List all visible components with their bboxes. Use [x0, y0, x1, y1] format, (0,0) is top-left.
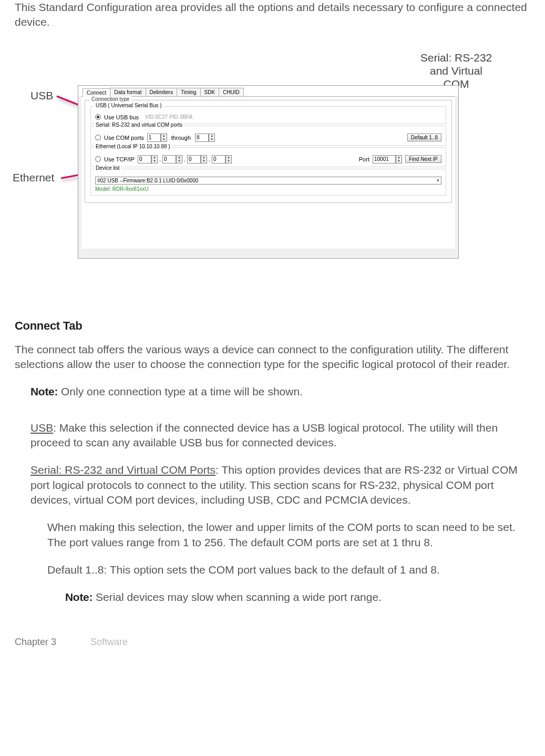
footer-section: Software	[90, 637, 128, 647]
ip-c-input[interactable]: 0	[187, 155, 201, 164]
tab-connect[interactable]: Connect	[83, 88, 110, 97]
tab-delimiters[interactable]: Delimiters	[146, 88, 177, 96]
intro-text: This Standard Configuration area provide…	[15, 0, 530, 30]
note1-label: Note:	[30, 385, 58, 397]
serial-paragraph: Serial: RS-232 and Virtual COM Ports: Th…	[30, 463, 530, 507]
usb-body: : Make this selection if the connected d…	[30, 422, 498, 448]
callout-usb: USB	[30, 89, 53, 102]
usb-paragraph: USB: Make this selection if the connecte…	[30, 421, 530, 451]
port-spin[interactable]: ▲▼	[396, 155, 402, 164]
com-from-spinner[interactable]: ▲▼	[161, 134, 167, 142]
eth-sub-title: Ethernet (Local IP 10.10.10.98 )	[94, 144, 172, 149]
device-list-value: #02 USB --Firmware:B2.0.1 LUID:0/0x0000	[97, 178, 198, 183]
ip-d-spin[interactable]: ▲▼	[225, 155, 232, 164]
com-to-spinner[interactable]: ▲▼	[209, 134, 215, 142]
footer-chapter: Chapter 3	[15, 637, 56, 647]
usb-radio-label: Use USB bus	[104, 114, 139, 120]
serial-underline: Serial: RS-232 and Virtual COM Ports	[30, 464, 215, 476]
port-label: Port	[359, 156, 369, 162]
footer: Chapter 3 Software	[15, 637, 530, 648]
through-label: through	[171, 135, 191, 141]
eth-radio-label: Use TCP/IP	[104, 156, 135, 162]
usb-subgroup: USB ( Universal Serial Bus ) Use USB bus…	[90, 106, 446, 124]
callout-ethernet: Ethernet	[13, 171, 54, 184]
serial-sub1: When making this selection, the lower an…	[47, 520, 530, 550]
port-input[interactable]: 10001	[373, 155, 396, 164]
note2-label: Note:	[65, 591, 92, 603]
radio-use-tcpip[interactable]	[95, 156, 101, 162]
device-list-subgroup: Device list #02 USB --Firmware:B2.0.1 LU…	[90, 169, 446, 196]
ip-b-spin[interactable]: ▲▼	[176, 155, 182, 164]
note-2: Note: Serial devices may slow when scann…	[65, 590, 530, 605]
tab-body: Connection type USB ( Universal Serial B…	[81, 96, 455, 249]
note2-text: Serial devices may slow when scanning a …	[92, 591, 382, 603]
ip-a-spin[interactable]: ▲▼	[151, 155, 158, 164]
serial-sub2: Default 1..8: This option sets the COM p…	[47, 563, 530, 577]
tab-sdk[interactable]: SDK	[200, 88, 220, 96]
serial-subgroup: Serial: RS-232 and virtual COM ports Use…	[90, 126, 446, 146]
config-window: Connect Data format Delimiters Timing SD…	[78, 85, 459, 259]
p1: The connect tab offers the various ways …	[15, 342, 530, 372]
ip-d-input[interactable]: 0	[212, 155, 225, 164]
usb-underline: USB	[30, 422, 53, 434]
ip-a-input[interactable]: 0	[138, 155, 151, 164]
ip-c-spin[interactable]: ▲▼	[201, 155, 207, 164]
model-label: Model: RDR-8xx81xxU	[95, 186, 441, 192]
radio-use-usb[interactable]	[95, 114, 101, 120]
device-list-dropdown[interactable]: #02 USB --Firmware:B2.0.1 LUID:0/0x0000	[95, 177, 441, 185]
serial-sub-title: Serial: RS-232 and virtual COM ports	[94, 122, 184, 128]
radio-use-com[interactable]	[95, 135, 101, 140]
section-heading: Connect Tab	[15, 319, 530, 333]
connection-type-group: Connection type USB ( Universal Serial B…	[85, 100, 452, 203]
note-1: Note: Only one connection type at a time…	[30, 384, 530, 399]
find-next-ip-button[interactable]: Find Next IP	[405, 155, 441, 163]
com-from-input[interactable]: 1	[147, 134, 161, 142]
connection-type-title: Connection type	[89, 96, 131, 102]
tabs-row: Connect Data format Delimiters Timing SD…	[78, 86, 458, 96]
diagram-area: USB Serial: RS-232 and Virtual COM Ether…	[15, 56, 530, 267]
usb-sub-title: USB ( Universal Serial Bus )	[94, 103, 163, 108]
com-to-input[interactable]: 8	[195, 134, 209, 142]
callout-serial-l2: and Virtual	[404, 64, 509, 77]
usb-vid-pid: VID 0C27 PID 3BFA	[145, 114, 192, 120]
tab-data-format[interactable]: Data format	[110, 88, 146, 96]
callout-serial-l1: Serial: RS-232	[404, 51, 509, 64]
serial-radio-label: Use COM ports	[104, 135, 144, 141]
default-1-8-button[interactable]: Default 1..8	[407, 134, 441, 141]
note1-text: Only one connection type at a time will …	[58, 385, 303, 397]
ethernet-subgroup: Ethernet (Local IP 10.10.10.98 ) Use TCP…	[90, 147, 446, 167]
ip-b-input[interactable]: 0	[162, 155, 176, 164]
device-list-title: Device list	[94, 165, 121, 171]
tab-chuid[interactable]: CHUID	[219, 88, 244, 96]
tab-timing[interactable]: Timing	[177, 88, 201, 96]
